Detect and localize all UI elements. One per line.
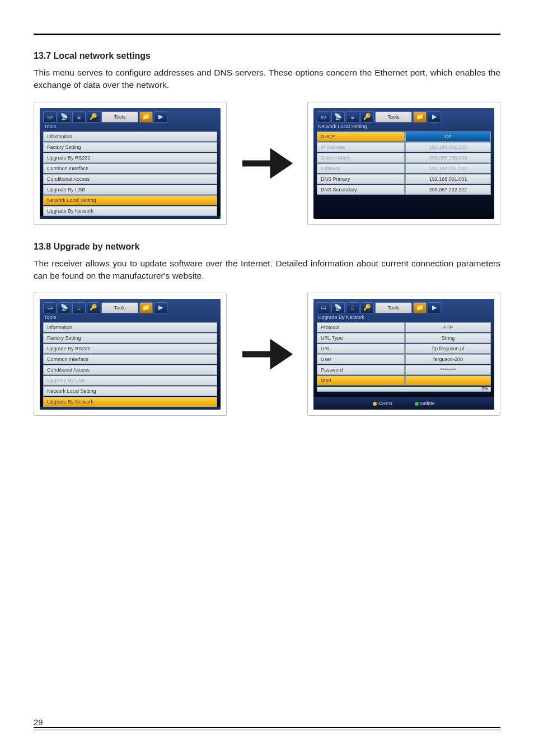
setting-row[interactable]: Start [317,375,491,386]
tab-icon: 📁 [413,302,427,313]
tab-icon[interactable]: ≡ [346,111,359,123]
key-icon: 🔑 [363,113,371,120]
setting-label: IP Address [317,142,405,152]
menu-item[interactable]: Information [43,322,217,332]
setting-value[interactable]: ferguson-200 [405,354,491,364]
breadcrumb: Tools [40,313,221,322]
tab-icon[interactable]: ▭ [43,111,57,123]
menu-item[interactable]: Upgrade By RS232 [43,153,217,163]
screenshot-frame: ▭ 📡 ≡ 🔑 Tools 📁 ▶ Network Local Setting … [307,102,500,225]
tab-icon[interactable]: 🔑 [360,302,374,313]
setting-label: URL [317,344,405,354]
setting-row[interactable]: ProtocolFTP [317,322,491,332]
menu-item[interactable]: Upgrade By Network [43,397,217,407]
tab-active[interactable]: Tools [375,302,412,313]
setting-label: Password [317,365,405,375]
play-icon: ▶ [432,113,437,120]
setting-value[interactable]: String [405,333,491,343]
key-icon: 🔑 [90,304,97,311]
setting-row[interactable]: Gateway192.168.001.001 [317,163,491,173]
menu-item[interactable]: Conditional Access [43,365,217,375]
menu-item[interactable]: Upgrade By USB [43,375,217,386]
setting-value[interactable]: 192.168.001.001 [405,174,491,184]
menu-item[interactable]: Common Interface [43,163,217,173]
tab-icon[interactable]: 📡 [58,302,71,313]
tv-icon: ▭ [321,113,326,120]
setting-label: Subnet Mask [317,153,405,163]
tab-icon[interactable]: ≡ [72,111,86,123]
tab-icon[interactable]: ▶ [428,111,441,123]
setting-value[interactable]: 192.168.001.168 [405,142,491,152]
tab-icon[interactable]: 🔑 [87,302,100,313]
osb-upgrade-by-network: ▭ 📡 ≡ 🔑 Tools 📁 ▶ Upgrade By Network Pro… [313,299,494,410]
bars-icon: ≡ [77,304,81,311]
screenshot-frame: ▭ 📡 ≡ 🔑 Tools 📁 ▶ Upgrade By Network Pro… [307,293,500,416]
setting-value[interactable]: ******** [405,365,491,375]
menu-item[interactable]: Information [43,132,217,142]
setting-value[interactable]: ftp.ferguson.pl [405,344,491,354]
tab-icon[interactable]: ▶ [154,111,167,123]
tab-icon[interactable]: ▶ [154,302,167,313]
tab-icon[interactable]: ▭ [317,111,330,123]
folder-icon: 📁 [142,304,150,311]
screenshot-row: ▭ 📡 ≡ 🔑 Tools 📁 ▶ Tools InformationFacto… [34,293,500,416]
screenshot-frame: ▭ 📡 ≡ 🔑 Tools 📁 ▶ Tools InformationFacto… [34,293,227,416]
osb-tools-menu: ▭ 📡 ≡ 🔑 Tools 📁 ▶ Tools InformationFacto… [40,299,221,410]
menu-item[interactable]: Upgrade By Network [43,206,217,216]
tab-active[interactable]: Tools [101,111,138,123]
setting-row[interactable]: DNS Primary192.168.001.001 [317,174,491,184]
dish-icon: 📡 [334,304,342,311]
progress-value: 0% [481,386,488,391]
tab-icon[interactable]: ▭ [317,302,330,313]
play-icon: ▶ [158,304,163,311]
tab-icon[interactable]: 📡 [58,111,71,123]
setting-value[interactable]: 192.168.001.001 [405,163,491,173]
setting-label: User [317,354,405,364]
setting-label: Start [317,375,405,386]
tab-icon[interactable]: ≡ [72,302,86,313]
tab-icon[interactable]: ≡ [346,302,359,313]
setting-row[interactable]: URLftp.ferguson.pl [317,344,491,354]
setting-row[interactable]: Userferguson-200 [317,354,491,364]
tab-active[interactable]: Tools [375,111,412,123]
setting-row[interactable]: DNS Secondary208.067.222.222 [317,185,491,195]
menu-item[interactable]: Conditional Access [43,174,217,184]
tv-icon: ▭ [321,304,326,311]
tab-icon[interactable]: 🔑 [360,111,374,123]
folder-icon: 📁 [416,113,424,120]
screenshot-row: ▭ 📡 ≡ 🔑 Tools 📁 ▶ Tools InformationFacto… [34,102,500,225]
setting-row[interactable]: DHCPOn [317,132,491,142]
setting-row[interactable]: IP Address192.168.001.168 [317,142,491,152]
tab-active[interactable]: Tools [101,302,138,313]
tab-icon[interactable]: 📁 [413,111,427,123]
menu-item[interactable]: Network Local Setting [43,386,217,396]
tab-icon[interactable]: ▭ [43,302,57,313]
setting-value[interactable]: 208.067.222.222 [405,185,491,195]
setting-row[interactable]: Subnet Mask255.255.255.000 [317,153,491,163]
setting-row[interactable]: Password******** [317,365,491,375]
arrow-icon [231,133,303,194]
tab-icon[interactable]: 📁 [139,302,153,313]
setting-label: DNS Primary [317,174,405,184]
setting-value[interactable]: On [405,132,491,142]
section-heading: 13.7 Local network settings [34,51,500,61]
tv-icon: ▭ [47,113,53,120]
menu-item[interactable]: Upgrade By USB [43,185,217,195]
menu-item[interactable]: Factory Setting [43,333,217,343]
tab-icon[interactable]: 🔑 [87,111,100,123]
tab-icon[interactable]: 📡 [331,302,345,313]
setting-value[interactable] [405,375,491,386]
setting-value[interactable]: 255.255.255.000 [405,153,491,163]
play-icon: ▶ [158,113,163,120]
setting-row[interactable]: URL TypeString [317,333,491,343]
menu-item[interactable]: Factory Setting [43,142,217,152]
key-icon: 🔑 [90,113,97,120]
tab-icon[interactable]: 📁 [139,111,153,123]
setting-value[interactable]: FTP [405,322,491,332]
setting-label: Gateway [317,163,405,173]
tab-icon[interactable]: 📡 [331,111,345,123]
menu-item[interactable]: Common Interface [43,354,217,364]
menu-item[interactable]: Upgrade By RS232 [43,344,217,354]
tab-icon[interactable]: ▶ [428,302,441,313]
menu-item[interactable]: Network Local Setting [43,195,217,205]
